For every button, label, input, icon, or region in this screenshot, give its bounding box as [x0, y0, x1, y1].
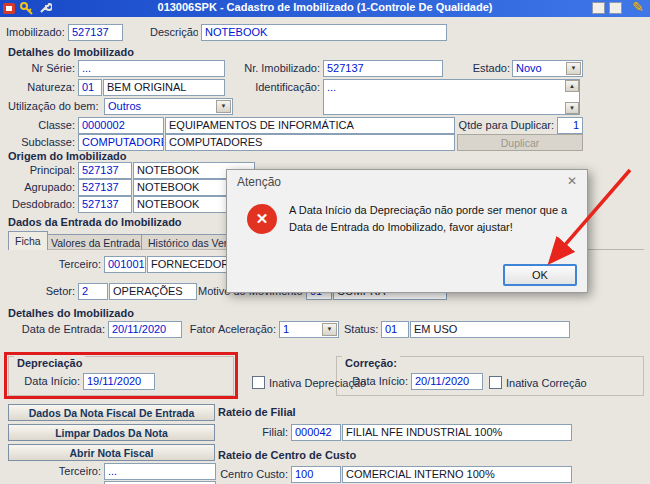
detalhes-entrada-group-title: Detalhes do Imobilizado — [8, 306, 134, 320]
identificacao-label: Identificação: — [250, 79, 320, 96]
filial-code-field[interactable]: 000042 — [291, 424, 341, 441]
filial-desc-field: FILIAL NFE INDUSTRIAL 100% — [342, 424, 572, 441]
agrupado-code-field[interactable]: 527137 — [78, 179, 132, 196]
centro-custo-desc-field: COMERCIAL INTERNO 100% — [342, 466, 572, 483]
imobilizado-field[interactable]: 527137 — [68, 24, 123, 41]
descricao-field[interactable]: NOTEBOOK — [201, 24, 447, 41]
natureza-desc-field: BEM ORIGINAL — [103, 79, 225, 96]
nr-imobilizado-label: Nr. Imobilizado: — [240, 60, 320, 77]
principal-code-field[interactable]: 527137 — [78, 162, 132, 179]
terceiro-label: Terceiro: — [55, 256, 101, 273]
atencao-dialog: Atenção ✕ ✕ A Data Início da Depreciação… — [226, 169, 588, 293]
status-desc-field: EM USO — [410, 321, 570, 338]
entrada-group-title: Dados da Entrada do Imobilizado — [8, 215, 182, 229]
minimize-button[interactable] — [592, 2, 605, 14]
classe-desc-field: EQUIPAMENTOS DE INFORMÁTICA — [165, 117, 455, 134]
chevron-down-icon[interactable]: ▼ — [322, 323, 337, 336]
cor-data-inicio-field[interactable]: 20/11/2020 — [411, 373, 483, 390]
desdobrado-code-field[interactable]: 527137 — [78, 196, 132, 213]
depreciacao-title: Depreciação — [14, 356, 85, 370]
natureza-code-field[interactable]: 01 — [78, 79, 102, 96]
centro-custo-code-field[interactable]: 100 — [291, 466, 341, 483]
detalhes-group-title: Detalhes do Imobilizado — [8, 45, 134, 59]
title-bar: 013006SPK - Cadastro de Imobilizado (1-C… — [0, 0, 650, 17]
classe-code-field[interactable]: 0000002 — [78, 117, 164, 134]
scroll-up-icon[interactable]: ▲ — [565, 80, 579, 92]
cor-data-inicio-label: Data Início: — [348, 373, 408, 390]
descricao-label: Descrição: — [150, 24, 198, 41]
status-code-field[interactable]: 01 — [381, 321, 409, 338]
correcao-title: Correção: — [342, 356, 400, 370]
tab-valores-entrada[interactable]: Valores da Entrada — [44, 234, 147, 250]
limpar-dados-nota-button[interactable]: Limpar Dados Da Nota — [8, 424, 215, 441]
nr-serie-label: Nr Série: — [20, 60, 75, 77]
setor-label: Setor: — [20, 283, 75, 300]
ok-button[interactable]: OK — [503, 264, 577, 286]
filial-label: Filial: — [252, 424, 288, 441]
qtde-duplicar-field[interactable]: 1 — [557, 117, 583, 134]
utilizacao-select[interactable]: Outros ▼ — [104, 98, 233, 115]
nota-terceiro-field[interactable]: ... — [104, 463, 216, 480]
dep-data-inicio-field[interactable]: 19/11/2020 — [83, 373, 155, 390]
identificacao-field[interactable]: ... ▲ ▼ — [323, 79, 580, 115]
error-icon: ✕ — [247, 204, 277, 234]
terceiro-code-field[interactable]: 001001 — [104, 256, 146, 273]
nr-imobilizado-field[interactable]: 527137 — [323, 60, 443, 77]
nr-serie-field[interactable]: ... — [78, 60, 225, 77]
inativa-correcao-label: Inativa Correção — [506, 376, 587, 390]
inativa-depreciacao-checkbox[interactable] — [252, 376, 265, 389]
chevron-down-icon[interactable]: ▼ — [216, 100, 231, 113]
imobilizado-label: Imobilizado: — [6, 24, 64, 41]
agrupado-label: Agrupado: — [12, 179, 75, 196]
fator-aceleracao-label: Fator Aceleração: — [185, 321, 276, 338]
principal-label: Principal: — [12, 162, 75, 179]
abrir-nota-fiscal-button[interactable]: Abrir Nota Fiscal — [8, 444, 215, 461]
rateio-filial-title: Rateio de Filial — [218, 405, 296, 419]
app-window: 013006SPK - Cadastro de Imobilizado (1-C… — [0, 0, 650, 484]
dep-data-inicio-label: Data Início: — [20, 373, 80, 390]
dados-nota-fiscal-button[interactable]: Dados Da Nota Fiscal De Entrada — [8, 404, 215, 421]
maximize-button[interactable] — [609, 2, 622, 14]
dialog-message: A Data Início da Depreciação não porde s… — [289, 202, 577, 235]
tab-ficha[interactable]: Ficha — [8, 231, 48, 250]
close-icon[interactable]: ✕ — [567, 174, 577, 188]
subclasse-desc-field: COMPUTADORES — [165, 134, 455, 151]
setor-desc-field: OPERAÇÕES — [109, 283, 197, 300]
fator-aceleracao-select[interactable]: 1 ▼ — [279, 321, 339, 338]
window-title: 013006SPK - Cadastro de Imobilizado (1-C… — [0, 1, 650, 13]
estado-label: Estado: — [470, 60, 510, 77]
inativa-correcao-checkbox[interactable] — [489, 376, 502, 389]
setor-code-field[interactable]: 2 — [78, 283, 108, 300]
data-entrada-field[interactable]: 20/11/2020 — [108, 321, 182, 338]
duplicar-button[interactable]: Duplicar — [457, 134, 583, 151]
utilizacao-label: Utilização do bem: — [8, 98, 102, 115]
centro-custo-label: Centro Custo: — [218, 466, 288, 483]
desdobrado-label: Desdobrado: — [12, 196, 75, 213]
nota-terceiro-label: Terceiro: — [55, 463, 101, 480]
edit-pencil-icon[interactable]: ✎ — [632, 0, 644, 15]
chevron-down-icon[interactable]: ▼ — [566, 62, 581, 75]
dialog-title: Atenção — [237, 175, 281, 189]
qtde-duplicar-label: Qtde para Duplicar: — [458, 117, 554, 134]
status-label: Status: — [344, 321, 378, 338]
scroll-down-icon[interactable]: ▼ — [565, 102, 579, 114]
origem-group-title: Origem do Imobilizado — [8, 149, 127, 163]
estado-select[interactable]: Novo ▼ — [512, 60, 583, 77]
data-entrada-label: Data de Entrada: — [8, 321, 105, 338]
natureza-label: Natureza: — [20, 79, 75, 96]
rateio-cc-title: Rateio de Centro de Custo — [218, 448, 356, 462]
classe-label: Classe: — [20, 117, 75, 134]
